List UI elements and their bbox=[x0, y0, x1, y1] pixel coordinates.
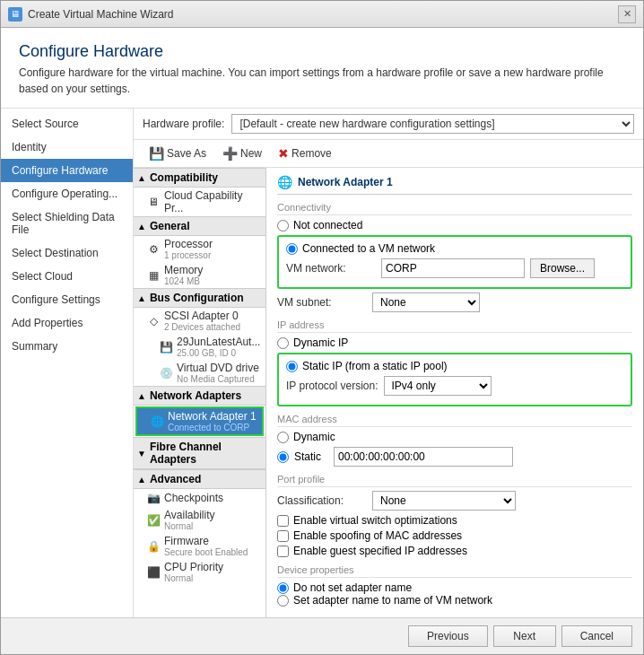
static-ip-box: Static IP (from a static IP pool) IP pro… bbox=[277, 353, 632, 406]
page-description: Configure hardware for the virtual machi… bbox=[19, 65, 625, 97]
spoof-mac-checkbox[interactable] bbox=[277, 530, 289, 542]
content-area: Select Source Identity Configure Hardwar… bbox=[1, 109, 643, 617]
sidebar-item-summary[interactable]: Summary bbox=[1, 335, 133, 358]
dvd-icon: 💿 bbox=[159, 366, 173, 380]
footer: Previous Next Cancel bbox=[1, 617, 643, 654]
tree-section-bus-config[interactable]: ▲ Bus Configuration bbox=[134, 288, 265, 308]
vm-subnet-label: VM subnet: bbox=[277, 296, 367, 309]
window-title: Create Virtual Machine Wizard bbox=[28, 8, 613, 21]
virtual-switch-checkbox[interactable] bbox=[277, 515, 289, 527]
two-panel-area: ▲ Compatibility 🖥 Cloud Capability Pr...… bbox=[134, 168, 643, 617]
static-mac-radio[interactable] bbox=[277, 451, 289, 463]
new-label: New bbox=[240, 147, 262, 160]
ip-protocol-row: IP protocol version: IPv4 only bbox=[286, 376, 623, 396]
dynamic-mac-radio[interactable] bbox=[277, 432, 289, 443]
remove-button[interactable]: ✖ Remove bbox=[272, 144, 338, 163]
tree-item-availability[interactable]: ✅ Availability Normal bbox=[134, 507, 265, 533]
page-header: Configure Hardware Configure hardware fo… bbox=[1, 28, 643, 109]
dynamic-ip-label: Dynamic IP bbox=[293, 336, 348, 349]
tree-section-network-adapters[interactable]: ▲ Network Adapters bbox=[134, 386, 265, 406]
tree-item-disk[interactable]: 💾 29JunLatestAut... 25.00 GB, ID 0 bbox=[134, 334, 265, 360]
cpu-priority-icon: ⬛ bbox=[146, 565, 161, 580]
tree-item-memory[interactable]: ▦ Memory 1024 MB bbox=[134, 262, 265, 288]
dynamic-ip-radio-row: Dynamic IP bbox=[277, 336, 632, 349]
tree-section-advanced[interactable]: ▲ Advanced bbox=[134, 469, 265, 489]
previous-button[interactable]: Previous bbox=[408, 625, 488, 647]
tree-item-network-adapter-1[interactable]: 🌐 Network Adapter 1 Connected to CORP bbox=[135, 406, 264, 436]
right-detail-panel: 🌐 Network Adapter 1 Connectivity Not con… bbox=[266, 168, 643, 617]
guest-ip-checkbox[interactable] bbox=[277, 546, 289, 557]
no-adapter-name-row: Do not set adapter name bbox=[277, 581, 632, 594]
hardware-profile-select[interactable]: [Default - create new hardware configura… bbox=[231, 114, 634, 134]
sidebar-item-configure-hardware[interactable]: Configure Hardware bbox=[1, 159, 133, 182]
port-profile-section-header: Port profile bbox=[277, 474, 632, 487]
mac-address-section-header: MAC address bbox=[277, 414, 632, 427]
toolbar: 💾 Save As ➕ New ✖ Remove bbox=[134, 140, 643, 168]
close-button[interactable]: ✕ bbox=[618, 5, 636, 23]
no-adapter-name-label: Do not set adapter name bbox=[293, 581, 412, 594]
tree-item-cpu-priority[interactable]: ⬛ CPU Priority Normal bbox=[134, 559, 265, 585]
dynamic-ip-radio[interactable] bbox=[277, 337, 289, 349]
mac-address-input[interactable] bbox=[334, 447, 513, 467]
guest-ip-label: Enable guest specified IP addresses bbox=[293, 545, 467, 557]
not-connected-radio[interactable] bbox=[277, 220, 289, 231]
new-button[interactable]: ➕ New bbox=[216, 144, 268, 163]
main-content: Hardware profile: [Default - create new … bbox=[134, 109, 643, 617]
dynamic-mac-label: Dynamic bbox=[293, 431, 335, 443]
remove-label: Remove bbox=[292, 147, 332, 160]
connected-vm-radio[interactable] bbox=[286, 243, 298, 255]
vm-network-input[interactable] bbox=[381, 258, 525, 278]
no-adapter-name-radio[interactable] bbox=[277, 582, 289, 594]
collapse-arrow: ▲ bbox=[137, 173, 146, 183]
cancel-button[interactable]: Cancel bbox=[561, 625, 632, 647]
ip-address-section-header: IP address bbox=[277, 319, 632, 333]
tree-item-checkpoints[interactable]: 📷 Checkpoints bbox=[134, 489, 265, 507]
static-ip-label: Static IP (from a static IP pool) bbox=[302, 360, 448, 372]
tree-section-general[interactable]: ▲ General bbox=[134, 216, 265, 236]
set-adapter-name-label: Set adapter name to name of VM network bbox=[293, 594, 492, 607]
vm-subnet-select[interactable]: None bbox=[372, 293, 480, 312]
tree-item-scsi[interactable]: ◇ SCSI Adapter 0 2 Devices attached bbox=[134, 308, 265, 334]
static-mac-row: Static bbox=[277, 447, 632, 467]
tree-item-firmware[interactable]: 🔒 Firmware Secure boot Enabled bbox=[134, 533, 265, 559]
checkpoints-icon: 📷 bbox=[146, 491, 161, 505]
tree-section-compatibility[interactable]: ▲ Compatibility bbox=[134, 168, 265, 188]
scsi-icon: ◇ bbox=[146, 314, 161, 328]
wizard-window: 🖥 Create Virtual Machine Wizard ✕ Config… bbox=[0, 0, 644, 655]
sidebar-item-cloud[interactable]: Select Cloud bbox=[1, 265, 133, 288]
set-adapter-name-radio[interactable] bbox=[277, 595, 289, 607]
network-adapter-panel-icon: 🌐 bbox=[277, 175, 292, 189]
advanced-header: Advanced bbox=[150, 473, 201, 485]
sidebar-item-destination[interactable]: Select Destination bbox=[1, 241, 133, 265]
sidebar-item-add-properties[interactable]: Add Properties bbox=[1, 311, 133, 335]
checkbox-guest-ip: Enable guest specified IP addresses bbox=[277, 545, 632, 557]
next-button[interactable]: Next bbox=[493, 625, 556, 647]
set-adapter-name-row: Set adapter name to name of VM network bbox=[277, 594, 632, 607]
hardware-profile-bar: Hardware profile: [Default - create new … bbox=[134, 109, 643, 140]
tree-section-fibre[interactable]: ▼ Fibre Channel Adapters bbox=[134, 437, 265, 469]
title-bar: 🖥 Create Virtual Machine Wizard ✕ bbox=[1, 1, 643, 28]
remove-icon: ✖ bbox=[278, 146, 289, 161]
device-props-section-header: Device properties bbox=[277, 564, 632, 578]
tree-item-dvd[interactable]: 💿 Virtual DVD drive No Media Captured bbox=[134, 360, 265, 386]
classification-select[interactable]: None bbox=[372, 491, 516, 511]
spoof-mac-label: Enable spoofing of MAC addresses bbox=[293, 529, 462, 542]
ip-protocol-select[interactable]: IPv4 only bbox=[384, 376, 492, 396]
save-as-button[interactable]: 💾 Save As bbox=[143, 144, 213, 163]
static-ip-radio[interactable] bbox=[286, 361, 298, 372]
hardware-profile-label: Hardware profile: bbox=[143, 118, 224, 130]
tree-item-cloud-capability[interactable]: 🖥 Cloud Capability Pr... bbox=[134, 188, 265, 216]
sidebar-item-identity[interactable]: Identity bbox=[1, 135, 133, 159]
connectivity-section-header: Connectivity bbox=[277, 202, 632, 215]
tree-item-processor[interactable]: ⚙ Processor 1 processor bbox=[134, 236, 265, 262]
browse-button[interactable]: Browse... bbox=[530, 258, 595, 278]
sidebar-item-settings[interactable]: Configure Settings bbox=[1, 288, 133, 311]
availability-icon: ✅ bbox=[146, 513, 161, 528]
classification-row: Classification: None bbox=[277, 491, 632, 511]
sidebar-item-shielding[interactable]: Select Shielding Data File bbox=[1, 205, 133, 241]
page-title: Configure Hardware bbox=[19, 42, 625, 61]
general-header: General bbox=[150, 220, 190, 232]
compatibility-header: Compatibility bbox=[150, 171, 218, 184]
sidebar-item-configure-os[interactable]: Configure Operating... bbox=[1, 182, 133, 205]
sidebar-item-select-source[interactable]: Select Source bbox=[1, 112, 133, 135]
